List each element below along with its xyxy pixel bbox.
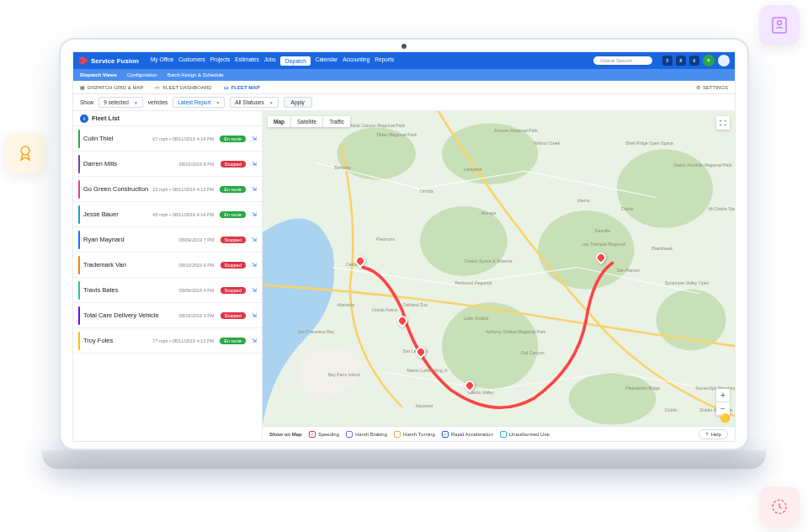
tab-fleet-map[interactable]: ▭FLEET MAP [224, 84, 260, 90]
share-icon[interactable]: ⇲ [252, 287, 257, 294]
notif-badge[interactable]: 5 [662, 56, 672, 66]
tab-dispatch-grid[interactable]: ▦DISPATCH GRID & MAP [80, 84, 143, 90]
help-button[interactable]: ?Help [699, 429, 728, 439]
fleet-row[interactable]: Ryan Maynard 08/09/2019 7 PM Stopped ⇲ [73, 227, 262, 253]
status-select[interactable]: All Statuses▼ [230, 97, 278, 108]
chevron-down-icon: ▼ [134, 100, 138, 105]
zoom-in-button[interactable]: + [716, 389, 730, 402]
checkbox-icon[interactable] [394, 431, 401, 438]
map-place-label: Dublin [665, 407, 678, 412]
fleet-row[interactable]: Travis Bates 08/09/2019 4 PM Stopped ⇲ [73, 278, 262, 303]
map-canvas[interactable]: BerkeleyOaklandSan LeandroCastro ValleyH… [263, 111, 735, 441]
color-bar-icon [78, 205, 80, 224]
subnav-item[interactable]: Dispatch Views [80, 72, 117, 77]
info-icon[interactable]: i [80, 114, 88, 123]
map-place-label: Castro Valley [468, 390, 494, 395]
share-icon[interactable]: ⇲ [252, 161, 257, 168]
map-place-label: Berkeley [334, 165, 352, 170]
share-icon[interactable]: ⇲ [252, 136, 257, 142]
map-legend: Show on Map ✓SpeedingHarsh BrakingHarsh … [263, 426, 735, 441]
vehicle-count-select[interactable]: 9 selected▼ [98, 97, 143, 108]
svg-point-7 [420, 206, 508, 276]
fleet-meta: 08/09/2019 7 PM [179, 237, 215, 242]
map-place-label: Wildcat Canyon Regional Park [346, 123, 406, 128]
legend-title: Show on Map [269, 432, 302, 437]
fleet-row[interactable]: Go Green Construction 23 mph • 08/11/201… [73, 177, 262, 202]
fleet-row[interactable]: Trademark Van 08/10/2019 6 PM Stopped ⇲ [73, 253, 262, 278]
color-bar-icon [78, 231, 80, 249]
checkbox-icon[interactable] [500, 431, 507, 438]
decor-profile-icon [759, 5, 800, 45]
legend-item[interactable]: Harsh Braking [346, 431, 387, 438]
nav-item[interactable]: Customers [178, 56, 205, 66]
avatar[interactable] [718, 55, 730, 66]
map-place-label: Chabot Space & Science [464, 258, 513, 263]
fleet-meta: 08/10/2019 6 PM [179, 263, 215, 268]
nav-item[interactable]: Calendar [316, 56, 338, 66]
fleet-row[interactable]: Colin Thiel 67 mph • 08/11/2019 4:14 PM … [73, 126, 262, 152]
nav-item[interactable]: Accounting [343, 56, 369, 66]
legend-item[interactable]: Unauthorized Use [500, 431, 550, 438]
settings-link[interactable]: ⚙SETTINGS [696, 84, 728, 90]
map-type-map[interactable]: Map [268, 116, 291, 127]
nav-item[interactable]: My Office [151, 56, 173, 66]
nav-item[interactable]: Reports [375, 56, 394, 66]
legend-item[interactable]: Harsh Turning [394, 431, 435, 438]
status-badge: Stopped [221, 161, 247, 168]
checkbox-icon[interactable]: ✓ [309, 431, 316, 438]
map-place-label: Anthony Chabot Regional Park [486, 329, 546, 334]
nav-item[interactable]: Dispatch [280, 56, 310, 66]
map-place-label: Mt Diablo State Park [709, 206, 735, 211]
nav-item[interactable]: Estimates [235, 56, 259, 66]
nav-item[interactable]: Jobs [264, 56, 276, 66]
map-place-label: Sycamore Valley Open [665, 280, 710, 285]
checkbox-icon[interactable]: ✓ [442, 431, 449, 438]
share-icon[interactable]: ⇲ [252, 237, 257, 243]
brand-logo[interactable]: Service Fusion [78, 56, 139, 65]
notif-badge[interactable]: 6 [689, 56, 699, 66]
svg-point-1 [778, 21, 782, 25]
laptop-mockup: Service Fusion My OfficeCustomersProject… [59, 38, 749, 492]
color-bar-icon [78, 130, 80, 148]
apply-button[interactable]: Apply [284, 97, 312, 108]
share-icon[interactable]: ⇲ [252, 312, 257, 319]
share-icon[interactable]: ⇲ [252, 186, 257, 193]
app-screen: Service Fusion My OfficeCustomersProject… [72, 51, 736, 442]
map-type-satellite[interactable]: Satellite [291, 116, 323, 127]
fleet-name: Travis Bates [83, 286, 176, 294]
fleet-row[interactable]: Jesse Bauer 45 mph • 08/11/2019 4:14 PM … [73, 202, 262, 227]
fullscreen-button[interactable]: ⛶ [716, 116, 730, 130]
report-select[interactable]: Latest Report▼ [173, 97, 225, 108]
fleet-row[interactable]: Total Care Delivery Vehicle 08/10/2019 3… [73, 303, 262, 328]
top-icons: 5 8 6 + [662, 55, 730, 66]
checkbox-icon[interactable] [346, 431, 353, 438]
tab-fleet-dashboard[interactable]: ▭FLEET DASHBOARD [155, 84, 211, 90]
notif-badge[interactable]: 8 [676, 56, 686, 66]
legend-item[interactable]: ✓Rapid Acceleration [442, 431, 493, 438]
svg-point-2 [21, 146, 29, 155]
map-place-label: San Francisco Bay [298, 329, 335, 334]
status-badge: En route [220, 186, 246, 193]
map-place-label: Las Trampas Regional [582, 242, 625, 247]
map-place-label: Blackhawk [651, 246, 672, 251]
status-badge: Stopped [221, 312, 247, 319]
global-search-input[interactable]: Global Search [593, 56, 652, 65]
nav-item[interactable]: Projects [210, 56, 230, 66]
legend-item[interactable]: ✓Speeding [309, 431, 339, 438]
subnav-item[interactable]: Batch Assign & Schedule [167, 72, 224, 77]
pegman-icon[interactable]: 🟡 [720, 413, 730, 423]
fleet-row[interactable]: Troy Foles 77 mph • 08/11/2019 4:13 PM E… [73, 328, 262, 354]
map-place-label: Martin Luther King Jr [407, 368, 447, 373]
decor-award-icon [5, 133, 45, 173]
fleet-row[interactable]: Darren Mills 08/10/2019 8 PM Stopped ⇲ [73, 152, 262, 177]
map-place-label: Pleasanton Ridge [625, 386, 660, 391]
map-type-traffic[interactable]: Traffic [323, 116, 350, 127]
fleet-name: Colin Thiel [83, 135, 149, 142]
share-icon[interactable]: ⇲ [252, 338, 257, 344]
status-badge: En route [220, 338, 246, 344]
fleet-meta: 08/10/2019 8 PM [179, 162, 215, 167]
share-icon[interactable]: ⇲ [252, 211, 257, 218]
share-icon[interactable]: ⇲ [252, 262, 257, 269]
add-button[interactable]: + [703, 55, 715, 66]
subnav-item[interactable]: Configuration [127, 72, 157, 77]
